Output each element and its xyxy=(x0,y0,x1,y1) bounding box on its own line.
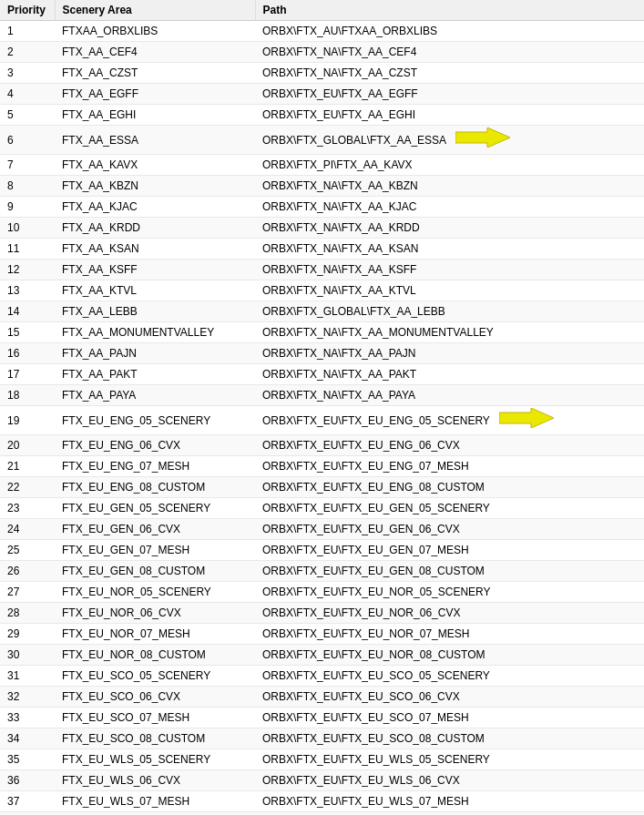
table-row: 1FTXAA_ORBXLIBSORBX\FTX_AU\FTXAA_ORBXLIB… xyxy=(0,21,644,42)
priority-cell: 10 xyxy=(0,218,55,239)
priority-cell: 21 xyxy=(0,456,55,477)
path-text: ORBX\FTX_EU\FTX_EU_ENG_08_CUSTOM xyxy=(262,479,485,495)
scenery-cell: FTX_EU_ENG_08_CUSTOM xyxy=(55,477,255,498)
table-row: 17FTX_AA_PAKTORBX\FTX_NA\FTX_AA_PAKT xyxy=(0,364,644,385)
path-cell: ORBX\FTX_EU\FTX_EU_ENG_07_MESH xyxy=(255,456,644,476)
path-text: ORBX\FTX_NA\FTX_AA_KTVL xyxy=(262,282,416,299)
priority-cell: 26 xyxy=(0,561,55,582)
table-row: 28FTX_EU_NOR_06_CVXORBX\FTX_EU\FTX_EU_NO… xyxy=(0,603,644,624)
priority-cell: 7 xyxy=(0,155,55,176)
table-row: 27FTX_EU_NOR_05_SCENERYORBX\FTX_EU\FTX_E… xyxy=(0,582,644,603)
scenery-cell: FTX_EU_NOR_05_SCENERY xyxy=(55,582,255,603)
path-cell: ORBX\FTX_PI\FTX_AA_KAVX xyxy=(255,155,644,175)
scenery-cell: FTX_AA_KTVL xyxy=(55,280,255,301)
scenery-table-container: Priority Scenery Area Path 1FTXAA_ORBXLI… xyxy=(0,0,644,815)
path-text: ORBX\FTX_EU\FTX_EU_SCO_08_CUSTOM xyxy=(262,730,485,747)
scenery-cell: FTX_EU_GEN_08_CUSTOM xyxy=(55,561,255,582)
scenery-cell: FTX_EU_NOR_08_CUSTOM xyxy=(55,645,255,666)
path-cell: ORBX\FTX_EU\FTX_EU_SCO_07_MESH xyxy=(255,708,644,728)
table-row: 22FTX_EU_ENG_08_CUSTOMORBX\FTX_EU\FTX_EU… xyxy=(0,477,644,498)
path-cell: ORBX\FTX_EU\FTX_EU_ENG_08_CUSTOM xyxy=(255,477,644,497)
scenery-table: Priority Scenery Area Path 1FTXAA_ORBXLI… xyxy=(0,0,644,815)
path-cell: ORBX\FTX_EU\FTX_EU_ENG_06_CVX xyxy=(255,435,644,455)
priority-cell: 22 xyxy=(0,477,55,498)
path-text: ORBX\FTX_EU\FTX_AA_EGHI xyxy=(262,107,415,123)
scenery-cell: FTX_AA_EGHI xyxy=(55,105,255,126)
path-cell: ORBX\FTX_EU\FTX_EU_NOR_07_MESH xyxy=(255,624,644,644)
scenery-cell: FTX_AA_KRDD xyxy=(55,218,255,239)
scenery-cell: FTX_AA_PAKT xyxy=(55,364,255,385)
path-text: ORBX\FTX_EU\FTX_EU_ENG_05_SCENERY xyxy=(262,413,490,429)
path-cell: ORBX\FTX_EU\FTX_EU_NOR_06_CVX xyxy=(255,603,644,623)
path-text: ORBX\FTX_EU\FTX_EU_SCO_05_SCENERY xyxy=(262,667,490,684)
scenery-cell: FTXAA_ORBXLIBS xyxy=(55,21,255,42)
path-cell: ORBX\FTX_EU\FTX_EU_NOR_08_CUSTOM xyxy=(255,645,644,665)
svg-marker-0 xyxy=(455,127,510,148)
path-text: ORBX\FTX_EU\FTX_EU_NOR_05_SCENERY xyxy=(262,584,491,600)
priority-cell: 2 xyxy=(0,42,55,63)
scenery-cell: FTX_EU_WLS_06_CVX xyxy=(55,770,255,791)
path-cell: ORBX\FTX_NA\FTX_AA_MONUMENTVALLEY xyxy=(255,322,644,342)
path-cell: ORBX\FTX_EU\FTX_EU_SCO_08_CUSTOM xyxy=(255,728,644,749)
path-text: ORBX\FTX_AU\FTXAA_ORBXLIBS xyxy=(262,23,437,39)
path-cell: ORBX\FTX_EU\FTX_AA_EGHI xyxy=(255,105,644,125)
priority-cell: 4 xyxy=(0,84,55,105)
table-row: 7FTX_AA_KAVXORBX\FTX_PI\FTX_AA_KAVX xyxy=(0,155,644,176)
table-row: 18FTX_AA_PAYAORBX\FTX_NA\FTX_AA_PAYA xyxy=(0,385,644,406)
path-cell: ORBX\FTX_EU\FTX_EU_NOR_05_SCENERY xyxy=(255,582,644,602)
path-text: ORBX\FTX_EU\FTX_EU_NOR_08_CUSTOM xyxy=(262,647,486,663)
priority-cell: 19 xyxy=(0,406,55,435)
path-cell: ORBX\FTX_EU\FTX_EU_WLS_05_SCENERY xyxy=(255,749,644,769)
table-row: 23FTX_EU_GEN_05_SCENERYORBX\FTX_EU\FTX_E… xyxy=(0,498,644,519)
path-cell: ORBX\FTX_NA\FTX_AA_PAKT xyxy=(255,364,644,384)
scenery-cell: FTX_AA_KSAN xyxy=(55,239,255,260)
table-row: 13FTX_AA_KTVLORBX\FTX_NA\FTX_AA_KTVL xyxy=(0,280,644,301)
path-cell: ORBX\FTX_NA\FTX_AA_KRDD xyxy=(255,218,644,238)
scenery-cell: FTX_EU_GEN_07_MESH xyxy=(55,540,255,561)
priority-cell: 18 xyxy=(0,385,55,406)
path-cell: ORBX\FTX_NA\FTX_AA_KTVL xyxy=(255,280,644,301)
priority-cell: 5 xyxy=(0,105,55,126)
table-row: 19FTX_EU_ENG_05_SCENERYORBX\FTX_EU\FTX_E… xyxy=(0,406,644,435)
scenery-cell: FTX_EU_GEN_05_SCENERY xyxy=(55,498,255,519)
priority-column-header: Priority xyxy=(0,0,55,21)
scenery-cell: FTX_EU_SCO_07_MESH xyxy=(55,708,255,728)
priority-cell: 3 xyxy=(0,63,55,84)
path-text: ORBX\FTX_GLOBAL\FTX_AA_LEBB xyxy=(262,303,445,320)
priority-cell: 16 xyxy=(0,343,55,364)
priority-cell: 25 xyxy=(0,540,55,561)
path-cell: ORBX\FTX_AU\FTXAA_ORBXLIBS xyxy=(255,21,644,41)
priority-cell: 27 xyxy=(0,582,55,603)
path-text: ORBX\FTX_EU\FTX_AA_EGFF xyxy=(262,86,418,102)
table-row: 14FTX_AA_LEBBORBX\FTX_GLOBAL\FTX_AA_LEBB xyxy=(0,301,644,322)
scenery-cell: FTX_EU_SCO_08_CUSTOM xyxy=(55,728,255,749)
scenery-cell: FTX_EU_NOR_07_MESH xyxy=(55,624,255,645)
scenery-cell: FTX_EU_WLS_07_MESH xyxy=(55,791,255,812)
scenery-cell: FTX_EU_WLS_05_SCENERY xyxy=(55,749,255,770)
path-cell: ORBX\FTX_EU\FTX_EU_GEN_06_CVX xyxy=(255,519,644,539)
scenery-cell: FTX_EU_SCO_05_SCENERY xyxy=(55,666,255,687)
priority-cell: 30 xyxy=(0,645,55,666)
table-header-row: Priority Scenery Area Path xyxy=(0,0,644,21)
table-row: 24FTX_EU_GEN_06_CVXORBX\FTX_EU\FTX_EU_GE… xyxy=(0,519,644,540)
path-text: ORBX\FTX_EU\FTX_EU_SCO_07_MESH xyxy=(262,709,469,726)
path-text: ORBX\FTX_EU\FTX_EU_GEN_07_MESH xyxy=(262,542,469,558)
priority-cell: 13 xyxy=(0,280,55,301)
priority-cell: 17 xyxy=(0,364,55,385)
table-row: 29FTX_EU_NOR_07_MESHORBX\FTX_EU\FTX_EU_N… xyxy=(0,624,644,645)
path-text: ORBX\FTX_NA\FTX_AA_PAKT xyxy=(262,366,416,382)
table-row: 31FTX_EU_SCO_05_SCENERYORBX\FTX_EU\FTX_E… xyxy=(0,666,644,687)
path-text: ORBX\FTX_NA\FTX_AA_KJAC xyxy=(262,199,416,215)
path-cell: ORBX\FTX_EU\FTX_EU_WLS_06_CVX xyxy=(255,770,644,790)
path-cell: ORBX\FTX_NA\FTX_AA_KSAN xyxy=(255,239,644,259)
priority-cell: 6 xyxy=(0,126,55,155)
path-text: ORBX\FTX_EU\FTX_EU_ENG_06_CVX xyxy=(262,437,460,453)
priority-cell: 12 xyxy=(0,260,55,280)
table-row: 16FTX_AA_PAJNORBX\FTX_NA\FTX_AA_PAJN xyxy=(0,343,644,364)
path-text: ORBX\FTX_EU\FTX_EU_WLS_07_MESH xyxy=(262,793,469,810)
table-row: 33FTX_EU_SCO_07_MESHORBX\FTX_EU\FTX_EU_S… xyxy=(0,708,644,728)
path-text: ORBX\FTX_NA\FTX_AA_CZST xyxy=(262,65,417,81)
table-row: 32FTX_EU_SCO_06_CVXORBX\FTX_EU\FTX_EU_SC… xyxy=(0,687,644,708)
table-row: 26FTX_EU_GEN_08_CUSTOMORBX\FTX_EU\FTX_EU… xyxy=(0,561,644,582)
priority-cell: 20 xyxy=(0,435,55,456)
